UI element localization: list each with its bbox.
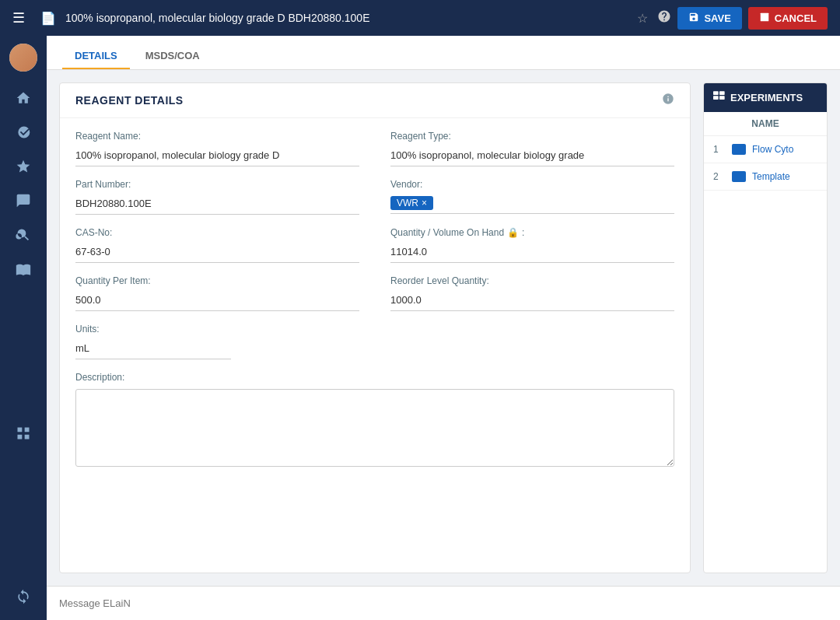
- cancel-button[interactable]: CANCEL: [748, 7, 828, 30]
- lock-icon: 🔒: [507, 227, 519, 238]
- units-input[interactable]: [75, 338, 231, 359]
- form-row-2: Part Number: Vendor: VWR ×: [75, 179, 674, 215]
- avatar[interactable]: [9, 44, 37, 72]
- svg-rect-4: [719, 96, 725, 100]
- tab-msds-coa[interactable]: MSDS/COA: [133, 42, 212, 69]
- vendor-tag-close-icon[interactable]: ×: [422, 198, 427, 208]
- vendor-group: Vendor: VWR ×: [390, 179, 674, 215]
- cancel-label: CANCEL: [775, 12, 817, 24]
- description-input[interactable]: [75, 389, 674, 467]
- form-row-3: CAS-No: Quantity / Volume On Hand 🔒 :: [75, 227, 674, 263]
- cas-no-group: CAS-No:: [75, 227, 359, 263]
- page-title: 100% isopropanol, molecular biology grad…: [65, 12, 628, 24]
- qty-vol-input[interactable]: [390, 241, 674, 263]
- reagent-type-group: Reagent Type:: [390, 131, 674, 166]
- part-number-input[interactable]: [75, 193, 359, 215]
- top-bar: ☰ 📄 100% isopropanol, molecular biology …: [0, 0, 840, 36]
- tab-details[interactable]: DETAILS: [62, 42, 130, 69]
- qty-per-item-group: Quantity Per Item:: [75, 275, 359, 311]
- form-row-5: Units:: [75, 324, 674, 359]
- qty-per-item-input[interactable]: [75, 289, 359, 311]
- sidebar-item-apps[interactable]: [6, 418, 40, 449]
- part-number-group: Part Number:: [75, 179, 359, 215]
- form-row-4: Quantity Per Item: Reorder Level Quantit…: [75, 275, 674, 311]
- part-number-label: Part Number:: [75, 179, 359, 190]
- save-button[interactable]: SAVE: [677, 7, 741, 30]
- experiment-icon-2: [732, 171, 746, 182]
- right-panel-title: EXPERIMENTS: [730, 92, 803, 103]
- reagent-type-label: Reagent Type:: [390, 131, 674, 142]
- help-icon[interactable]: [657, 9, 671, 26]
- units-placeholder-group: [390, 324, 674, 359]
- page-content: REAGENT DETAILS Reagent Name: Reagent Ty…: [47, 70, 840, 586]
- description-label: Description:: [75, 372, 674, 383]
- experiment-num-1: 1: [713, 144, 726, 155]
- doc-icon: 📄: [40, 11, 56, 26]
- svg-rect-0: [761, 12, 769, 21]
- content-area: DETAILS MSDS/COA REAGENT DETAILS Reagent: [47, 36, 840, 620]
- vendor-tag-input[interactable]: VWR ×: [390, 193, 674, 214]
- cas-no-input[interactable]: [75, 241, 359, 263]
- cas-no-label: CAS-No:: [75, 227, 359, 238]
- sidebar-item-chat[interactable]: [6, 185, 40, 216]
- form-card: REAGENT DETAILS Reagent Name: Reagent Ty…: [59, 82, 691, 573]
- message-bar: [47, 586, 840, 620]
- sidebar-item-reference[interactable]: [6, 254, 40, 285]
- vendor-label: Vendor:: [390, 179, 674, 190]
- info-icon[interactable]: [662, 93, 674, 108]
- right-panel-col-header: NAME: [704, 112, 827, 136]
- save-label: SAVE: [704, 12, 730, 24]
- units-group: Units:: [75, 324, 359, 359]
- qty-vol-group: Quantity / Volume On Hand 🔒 :: [390, 227, 674, 263]
- qty-per-item-label: Quantity Per Item:: [75, 275, 359, 286]
- star-icon[interactable]: ☆: [637, 11, 648, 26]
- sidebar: [0, 36, 47, 620]
- cancel-icon: [759, 12, 770, 25]
- vendor-tag-text: VWR: [397, 198, 418, 208]
- experiment-num-2: 2: [713, 171, 726, 182]
- sidebar-item-home[interactable]: [6, 82, 40, 114]
- save-icon: [688, 12, 699, 25]
- experiment-item-1[interactable]: 1 Flow Cyto: [704, 136, 827, 163]
- reorder-level-group: Reorder Level Quantity:: [390, 275, 674, 311]
- sidebar-item-favorites[interactable]: [6, 151, 40, 182]
- experiment-item-2[interactable]: 2 Template: [704, 163, 827, 191]
- tab-bar: DETAILS MSDS/COA: [47, 36, 840, 70]
- reorder-level-label: Reorder Level Quantity:: [390, 275, 674, 286]
- sidebar-item-history[interactable]: [6, 117, 40, 148]
- top-bar-actions: SAVE CANCEL: [657, 7, 828, 30]
- reagent-name-group: Reagent Name:: [75, 131, 359, 166]
- message-input[interactable]: [59, 597, 828, 609]
- units-label: Units:: [75, 324, 359, 335]
- experiment-name-1: Flow Cyto: [752, 144, 793, 155]
- experiment-name-2: Template: [752, 171, 790, 182]
- form-body: Reagent Name: Reagent Type: Part Number:: [60, 118, 690, 492]
- experiments-icon: [713, 91, 726, 104]
- reagent-type-input[interactable]: [390, 145, 674, 166]
- qty-vol-label: Quantity / Volume On Hand 🔒 :: [390, 227, 674, 238]
- reagent-name-label: Reagent Name:: [75, 131, 359, 142]
- svg-rect-2: [713, 96, 719, 100]
- reorder-level-input[interactable]: [390, 289, 674, 311]
- experiment-icon-1: [732, 144, 746, 155]
- right-panel-header: EXPERIMENTS: [704, 83, 827, 112]
- svg-rect-3: [719, 91, 725, 95]
- form-row-description: Description:: [75, 372, 674, 467]
- sidebar-item-refresh[interactable]: [6, 581, 40, 612]
- sidebar-item-search[interactable]: [6, 219, 40, 250]
- main-layout: DETAILS MSDS/COA REAGENT DETAILS Reagent: [0, 36, 840, 620]
- reagent-name-input[interactable]: [75, 145, 359, 166]
- form-card-header: REAGENT DETAILS: [60, 83, 690, 118]
- vendor-tag-vwr[interactable]: VWR ×: [390, 196, 433, 210]
- form-row-1: Reagent Name: Reagent Type:: [75, 131, 674, 166]
- svg-rect-1: [713, 91, 719, 95]
- menu-icon[interactable]: ☰: [12, 9, 25, 26]
- form-section-title: REAGENT DETAILS: [75, 94, 184, 107]
- right-panel: EXPERIMENTS NAME 1 Flow Cyto 2 Template: [703, 82, 828, 573]
